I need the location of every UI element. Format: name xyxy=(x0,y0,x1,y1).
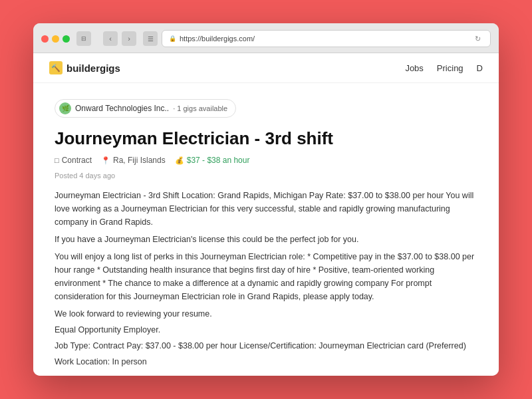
main-content: 🌿 Onward Technologies Inc.. · 1 gigs ava… xyxy=(33,83,499,376)
page-content: 🔨 buildergigs Jobs Pricing D 🌿 Onward Te… xyxy=(33,53,499,376)
address-bar[interactable]: 🔒 https://buildergigs.com/ ↻ xyxy=(162,30,491,47)
contract-icon: □ xyxy=(55,156,59,164)
minimize-button[interactable] xyxy=(52,35,59,43)
job-salary: 💰 $37 - $38 an hour xyxy=(175,156,250,165)
lock-icon: 🔒 xyxy=(169,35,176,42)
description-p5: Equal Opportunity Employer. xyxy=(55,323,477,336)
logo-text: buildergigs xyxy=(66,63,120,74)
logo-icon: 🔨 xyxy=(49,61,63,74)
gigs-count: · 1 gigs available xyxy=(173,104,227,112)
nav-jobs[interactable]: Jobs xyxy=(405,63,423,73)
maximize-button[interactable] xyxy=(63,35,70,43)
address-bar-container: ☰ 🔒 https://buildergigs.com/ ↻ xyxy=(143,30,491,47)
job-description: Journeyman Electrician - 3rd Shift Locat… xyxy=(55,189,477,368)
reader-mode-button[interactable]: ☰ xyxy=(143,31,158,46)
description-text: Journeyman Electrician - 3rd Shift Locat… xyxy=(55,189,477,229)
description-p7: Work Location: In person xyxy=(55,355,477,368)
job-meta: □ Contract 📍 Ra, Fiji Islands 💰 $37 - $3… xyxy=(55,156,477,165)
back-button[interactable]: ‹ xyxy=(103,31,118,46)
company-icon-glyph: 🌿 xyxy=(62,105,69,112)
description-p6: Job Type: Contract Pay: $37.00 - $38.00 … xyxy=(55,339,477,352)
browser-window: ⊟ ‹ › ☰ 🔒 https://buildergigs.com/ ↻ 🔨 b… xyxy=(33,23,499,376)
company-icon: 🌿 xyxy=(59,102,71,114)
company-badge: 🌿 Onward Technologies Inc.. · 1 gigs ava… xyxy=(55,99,236,118)
posted-date: Posted 4 days ago xyxy=(55,172,477,180)
job-location: 📍 Ra, Fiji Islands xyxy=(101,156,166,165)
job-type-text: Contract xyxy=(62,156,92,165)
description-p3: You will enjoy a long list of perks in t… xyxy=(55,250,477,303)
logo-icon-glyph: 🔨 xyxy=(51,64,61,72)
nav-more[interactable]: D xyxy=(477,63,483,73)
reload-button[interactable]: ↻ xyxy=(471,33,483,45)
location-text: Ra, Fiji Islands xyxy=(113,156,166,165)
salary-icon: 💰 xyxy=(175,156,184,165)
site-logo: 🔨 buildergigs xyxy=(49,61,120,74)
browser-chrome: ⊟ ‹ › ☰ 🔒 https://buildergigs.com/ ↻ xyxy=(33,23,499,53)
location-icon: 📍 xyxy=(101,156,110,165)
close-button[interactable] xyxy=(41,35,49,43)
job-title: Journeyman Electrician - 3rd shift xyxy=(55,128,477,149)
salary-text: $37 - $38 an hour xyxy=(187,156,250,165)
traffic-lights xyxy=(41,35,70,43)
nav-controls: ‹ › xyxy=(103,31,136,46)
site-nav: 🔨 buildergigs Jobs Pricing D xyxy=(33,53,499,83)
description-p2: If you have a Journeyman Electrician's l… xyxy=(55,233,477,246)
job-type: □ Contract xyxy=(55,156,92,165)
forward-button[interactable]: › xyxy=(122,31,136,46)
url-text: https://buildergigs.com/ xyxy=(180,35,255,43)
nav-pricing[interactable]: Pricing xyxy=(437,63,464,73)
nav-links: Jobs Pricing D xyxy=(405,63,483,73)
sidebar-toggle[interactable]: ⊟ xyxy=(76,31,91,46)
description-p4: We look forward to reviewing your resume… xyxy=(55,307,477,321)
company-name: Onward Technologies Inc.. xyxy=(75,104,169,113)
